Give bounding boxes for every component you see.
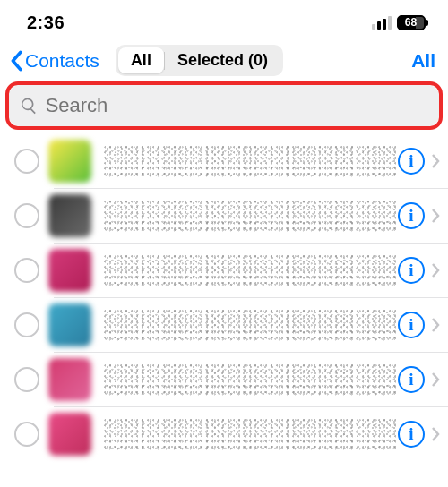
contact-avatar xyxy=(48,303,91,346)
select-radio[interactable] xyxy=(14,422,39,447)
contact-row[interactable]: i xyxy=(0,243,448,297)
info-button[interactable]: i xyxy=(398,421,425,448)
segment-selected[interactable]: Selected (0) xyxy=(165,47,280,73)
contact-row[interactable]: i xyxy=(0,297,448,352)
contact-row[interactable]: i xyxy=(0,188,448,243)
battery-icon: 68 xyxy=(397,15,429,30)
info-button[interactable]: i xyxy=(398,202,425,229)
contact-row[interactable]: i xyxy=(0,352,448,406)
status-indicators: 68 xyxy=(372,15,429,30)
segment-all[interactable]: All xyxy=(118,47,164,73)
select-radio[interactable] xyxy=(14,149,39,174)
contact-row[interactable]: i xyxy=(0,406,448,461)
status-bar: 2:36 68 xyxy=(0,0,448,39)
info-button[interactable]: i xyxy=(398,257,425,284)
contact-avatar xyxy=(48,358,91,401)
search-input[interactable] xyxy=(46,94,428,117)
chevron-right-icon xyxy=(430,316,441,334)
contact-name-redacted xyxy=(104,309,398,341)
info-button[interactable]: i xyxy=(398,366,425,393)
search-icon xyxy=(20,96,39,115)
contact-avatar xyxy=(48,413,91,456)
navigation-bar: Contacts All Selected (0) All xyxy=(0,39,448,85)
chevron-right-icon xyxy=(430,207,441,225)
contact-row[interactable]: i xyxy=(0,133,448,188)
contact-name-redacted xyxy=(104,254,398,286)
select-all-button[interactable]: All xyxy=(411,50,435,72)
contact-avatar xyxy=(48,194,91,237)
cellular-signal-icon xyxy=(372,16,392,30)
contact-name-redacted xyxy=(104,145,398,177)
chevron-right-icon xyxy=(430,371,441,389)
contact-name-redacted xyxy=(104,200,398,232)
select-radio[interactable] xyxy=(14,367,39,392)
status-time: 2:36 xyxy=(27,13,65,33)
contact-name-redacted xyxy=(104,418,398,450)
select-radio[interactable] xyxy=(14,258,39,283)
chevron-right-icon xyxy=(430,425,441,443)
contact-name-redacted xyxy=(104,363,398,396)
filter-segmented-control[interactable]: All Selected (0) xyxy=(116,45,283,76)
search-field[interactable] xyxy=(9,85,439,126)
info-button[interactable]: i xyxy=(398,148,425,175)
search-container xyxy=(9,85,439,126)
back-button[interactable]: Contacts xyxy=(9,50,99,72)
select-radio[interactable] xyxy=(14,203,39,228)
select-radio[interactable] xyxy=(14,312,39,337)
contact-avatar xyxy=(48,249,91,292)
chevron-left-icon xyxy=(9,50,23,72)
back-label: Contacts xyxy=(25,50,99,72)
info-button[interactable]: i xyxy=(398,312,425,338)
chevron-right-icon xyxy=(430,152,441,170)
contact-avatar xyxy=(48,140,91,183)
contacts-list: iiiiii xyxy=(0,133,448,461)
chevron-right-icon xyxy=(430,261,441,279)
